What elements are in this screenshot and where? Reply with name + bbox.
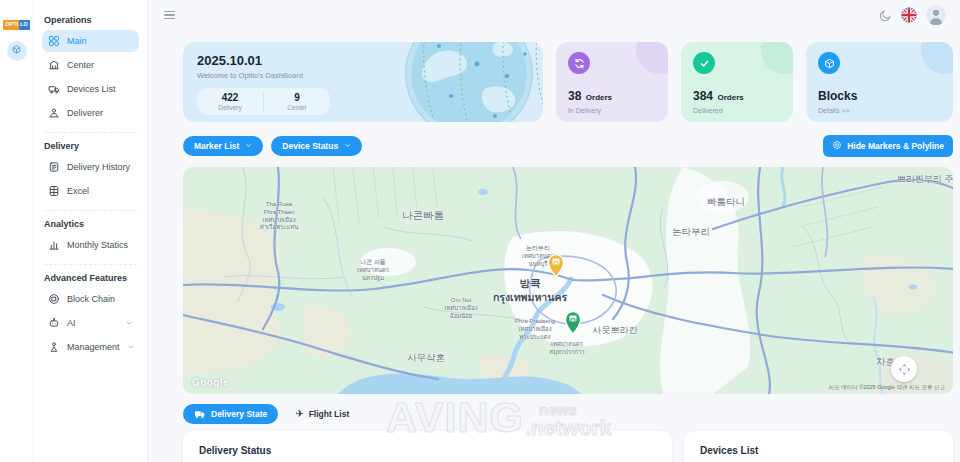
management-icon bbox=[48, 341, 60, 353]
visibility-icon bbox=[832, 140, 842, 152]
in-delivery-value: 38 bbox=[568, 89, 581, 103]
tab-delivery-state[interactable]: Delivery State bbox=[183, 404, 278, 424]
map-place-label: 나콘 파톰เทศบาลนครนครปฐม bbox=[357, 259, 389, 282]
google-map[interactable]: Tha RueaPhra Thaenเทศบาลเมืองท่าเรือพระแ… bbox=[183, 167, 953, 394]
map-place-label: 빠툼타니 bbox=[707, 196, 745, 208]
excel-icon bbox=[48, 185, 60, 197]
map-toolbar: Marker List Device Status bbox=[183, 135, 953, 157]
sidebar-item-label: AI bbox=[67, 318, 76, 328]
devices-list-title: Devices List bbox=[700, 445, 937, 456]
blocks-details-link[interactable]: Details >> bbox=[818, 107, 941, 114]
map-attribution[interactable]: 지도 데이터 ©2025 Google 약관 지도 오류 신고 bbox=[829, 384, 945, 391]
sidebar-item-main[interactable]: Main bbox=[42, 30, 139, 52]
dashboard-icon bbox=[48, 35, 60, 47]
blocks-title: Blocks bbox=[818, 89, 857, 103]
package-icon bbox=[11, 43, 22, 58]
main-area: 2025.10.01 Welcome to Optilo's DashBoard… bbox=[148, 0, 960, 462]
header-actions bbox=[879, 5, 946, 25]
sidebar-item-label: Deliverer bbox=[67, 108, 103, 118]
sidebar-divider bbox=[44, 264, 137, 265]
in-delivery-label: In Delivery bbox=[568, 107, 656, 114]
card-corner-decoration bbox=[921, 42, 953, 74]
map-place-label: 사무삭혼 bbox=[407, 352, 445, 364]
sidebar-item-block-chain[interactable]: Block Chain bbox=[42, 288, 139, 310]
map-place-label: 쁘라찐부리 주 bbox=[897, 174, 953, 186]
map-base-layer bbox=[183, 167, 953, 394]
sidebar-item-label: Center bbox=[67, 60, 94, 70]
top-header bbox=[148, 0, 960, 30]
sidebar-item-label: Excel bbox=[67, 186, 89, 196]
app-root: OPTI LO OperationsMainCenterDevices List… bbox=[0, 0, 960, 462]
orders-unit: Orders bbox=[717, 93, 743, 102]
history-icon bbox=[48, 161, 60, 173]
sidebar-item-label: Block Chain bbox=[67, 294, 115, 304]
sidebar-item-devices-list[interactable]: Devices List bbox=[42, 78, 139, 100]
hamburger-menu-icon[interactable] bbox=[162, 9, 177, 22]
chevron-down-icon bbox=[125, 319, 133, 327]
sidebar-item-excel[interactable]: Excel bbox=[42, 180, 139, 202]
hide-markers-button[interactable]: Hide Markers & Polyline bbox=[823, 135, 953, 157]
sidebar-nav: OperationsMainCenterDevices ListDelivere… bbox=[34, 0, 148, 462]
delivery-status-title: Delivery Status bbox=[199, 445, 656, 456]
map-place-label: เทศบาลนครสมุทรปราการ bbox=[549, 341, 584, 357]
sidebar-item-label: Monthly Statics bbox=[67, 240, 128, 250]
devices-list-panel: Devices List bbox=[684, 431, 953, 462]
deliverer-icon bbox=[48, 107, 60, 119]
date-welcome-card: 2025.10.01 Welcome to Optilo's DashBoard… bbox=[183, 42, 543, 122]
sidebar-item-center[interactable]: Center bbox=[42, 54, 139, 76]
blocks-icon bbox=[818, 52, 840, 74]
sidebar-section-title: Analytics bbox=[44, 219, 137, 229]
package-shortcut-button[interactable] bbox=[7, 41, 27, 61]
map-place-label: 나콘빠톰 bbox=[402, 209, 444, 223]
map-place-label: 논타부리 bbox=[672, 226, 710, 238]
marker-list-dropdown[interactable]: Marker List bbox=[183, 136, 263, 156]
sidebar-item-monthly-statics[interactable]: Monthly Statics bbox=[42, 234, 139, 256]
sidebar-item-label: Delivery History bbox=[67, 162, 130, 172]
overview-row: 2025.10.01 Welcome to Optilo's DashBoard… bbox=[183, 42, 953, 122]
center-count: 9 Center bbox=[263, 92, 330, 111]
sidebar-item-delivery-history[interactable]: Delivery History bbox=[42, 156, 139, 178]
sidebar-item-management[interactable]: Management bbox=[42, 336, 139, 358]
map-pan-control[interactable] bbox=[891, 356, 917, 382]
sidebar-item-label: Devices List bbox=[67, 84, 116, 94]
language-flag-icon[interactable] bbox=[901, 7, 917, 23]
delivered-card: 384 Orders Delivered bbox=[681, 42, 793, 122]
check-icon bbox=[693, 52, 715, 74]
center-icon bbox=[48, 59, 60, 71]
store-marker[interactable] bbox=[564, 310, 583, 339]
plane-icon: ✈ bbox=[295, 409, 303, 419]
devices-icon bbox=[48, 83, 60, 95]
delivery-status-panel: Delivery Status bbox=[183, 431, 672, 462]
sidebar-divider bbox=[44, 132, 137, 133]
optilo-logo[interactable]: OPTI LO bbox=[3, 20, 29, 30]
orders-unit: Orders bbox=[586, 93, 612, 102]
welcome-message: Welcome to Optilo's DashBoard bbox=[197, 71, 529, 80]
sidebar-divider bbox=[44, 210, 137, 211]
sidebar-item-deliverer[interactable]: Deliverer bbox=[42, 102, 139, 124]
truck-icon bbox=[194, 409, 206, 419]
blocks-card: Blocks Details >> bbox=[806, 42, 953, 122]
delivered-label: Delivered bbox=[693, 107, 781, 114]
map-place-label: Om Noiเทศบาลเมืองอ้อมน้อย bbox=[444, 297, 477, 320]
dashboard-content: 2025.10.01 Welcome to Optilo's DashBoard… bbox=[148, 30, 960, 462]
sidebar-item-label: Main bbox=[67, 36, 87, 46]
warehouse-marker[interactable] bbox=[547, 253, 566, 282]
progress-icon bbox=[568, 52, 590, 74]
chevron-down-icon bbox=[344, 141, 351, 151]
dark-mode-moon-icon[interactable] bbox=[879, 9, 892, 22]
bottom-panels: Delivery Status Devices List bbox=[183, 431, 953, 462]
sidebar-section-title: Advanced Features bbox=[44, 273, 137, 283]
delivered-value: 384 bbox=[693, 89, 713, 103]
sidebar-item-ai[interactable]: AI bbox=[42, 312, 139, 334]
blockchain-icon bbox=[48, 293, 60, 305]
user-avatar[interactable] bbox=[926, 5, 946, 25]
map-place-label: Phra Pradaengเทศบาลเมืองพระประแดง bbox=[515, 318, 555, 341]
sidebar-section-title: Operations bbox=[44, 15, 137, 25]
device-status-dropdown[interactable]: Device Status bbox=[271, 136, 362, 156]
in-delivery-card: 38 Orders In Delivery bbox=[556, 42, 668, 122]
logo-segment-orange: OPTI bbox=[3, 20, 19, 30]
chevron-down-icon bbox=[245, 141, 252, 151]
tab-flight-list[interactable]: ✈ Flight List bbox=[295, 409, 349, 419]
google-logo[interactable]: Google bbox=[192, 377, 229, 388]
card-corner-decoration bbox=[636, 42, 668, 74]
